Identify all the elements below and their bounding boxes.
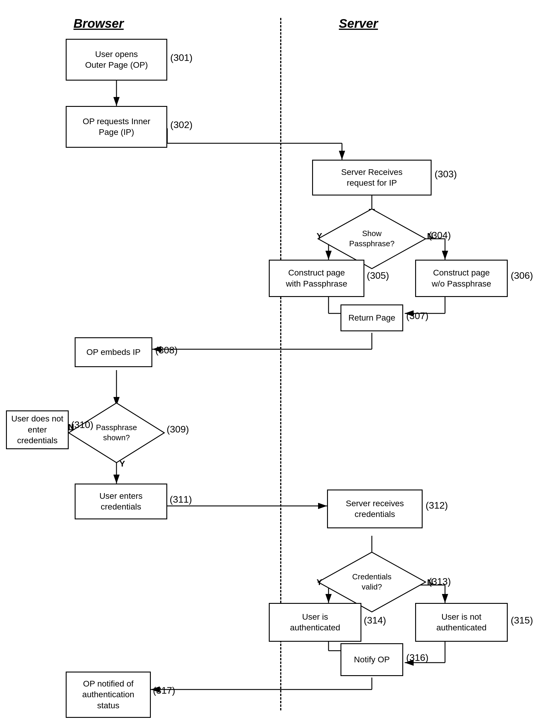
node-309: Passphrase shown? — [84, 416, 149, 449]
label-304-y: Y — [317, 231, 322, 241]
step-307: (307) — [406, 311, 429, 322]
node-315: User is not authenticated — [415, 603, 508, 642]
node-312: Server receives credentials — [327, 489, 423, 528]
step-315: (315) — [511, 615, 533, 626]
node-313: Credentials valid? — [335, 566, 409, 598]
node-311: User enters credentials — [75, 483, 167, 519]
node-305: Construct page with Passphrase — [269, 260, 364, 297]
node-316: Notify OP — [340, 643, 403, 676]
node-307: Return Page — [340, 305, 403, 331]
node-303: Server Receives request for IP — [312, 160, 432, 196]
node-304: Show Passphrase? — [336, 224, 408, 254]
step-316: (316) — [406, 652, 429, 663]
node-309-wrapper: Passphrase shown? — [69, 403, 164, 463]
label-304-n: N — [427, 231, 433, 241]
step-301: (301) — [170, 52, 193, 63]
node-301: User opens Outer Page (OP) — [66, 39, 167, 81]
node-308: OP embeds IP — [75, 337, 152, 367]
node-302: OP requests Inner Page (IP) — [66, 106, 167, 148]
label-313-y: Y — [317, 577, 322, 587]
node-306: Construct page w/o Passphrase — [415, 260, 508, 297]
step-305: (305) — [367, 270, 389, 281]
node-314: User is authenticated — [269, 603, 361, 642]
node-310: User does not enter credentials — [6, 410, 69, 449]
label-309-y: Y — [119, 459, 125, 468]
diagram: Browser Server — [0, 0, 560, 728]
step-312: (312) — [426, 500, 448, 511]
step-308: (308) — [155, 345, 178, 356]
browser-label: Browser — [54, 16, 143, 31]
step-303: (303) — [435, 169, 457, 180]
step-306: (306) — [511, 270, 533, 281]
node-317: OP notified of authentication status — [66, 672, 151, 718]
step-302: (302) — [170, 119, 193, 130]
label-313-n: N — [427, 577, 433, 587]
step-311: (311) — [170, 494, 192, 505]
server-label: Server — [314, 16, 403, 31]
step-314: (314) — [364, 615, 386, 626]
step-310: (310) — [71, 419, 93, 430]
step-309: (309) — [167, 424, 189, 435]
step-317: (317) — [153, 685, 175, 696]
